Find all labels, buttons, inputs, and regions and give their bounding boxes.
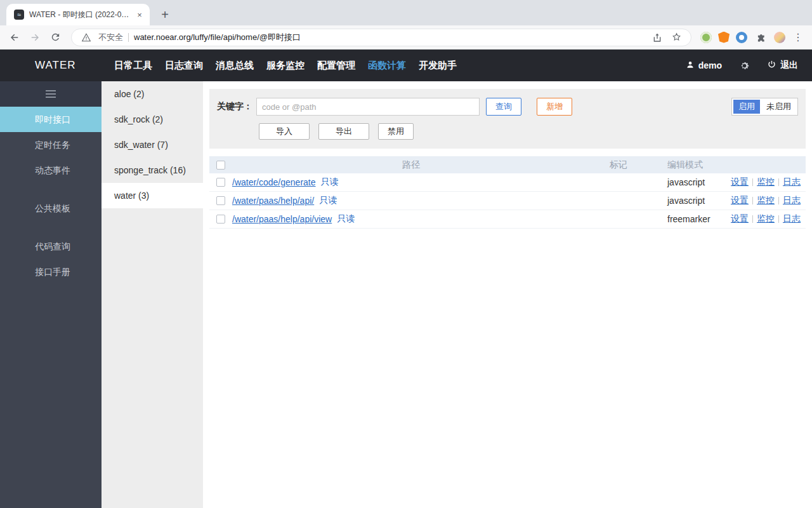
row-checkbox[interactable] [216, 215, 225, 224]
back-icon[interactable] [8, 30, 22, 44]
sidebar: 即时接口 定时任务 动态事件 公共模板 代码查询 接口手册 [0, 81, 102, 508]
sidebar-item-timed-task[interactable]: 定时任务 [0, 132, 102, 157]
action-separator [778, 215, 779, 223]
row-check-cell [209, 196, 232, 205]
action-separator [778, 197, 779, 204]
extension-icon-green[interactable] [700, 32, 712, 43]
security-label: 不安全 [98, 32, 123, 43]
table-row: /water/paas/help/api/ 只读 javascript 设置 监… [209, 192, 806, 210]
forward-icon[interactable] [28, 30, 42, 44]
share-icon[interactable] [650, 30, 664, 44]
col-header-tag: 标记 [590, 159, 647, 171]
app-header: WATER 日常工具 日志查询 消息总线 服务监控 配置管理 函数计算 开发助手… [0, 50, 812, 81]
settings-link[interactable]: 设置 [731, 177, 749, 188]
table-header-row: 路径 标记 编辑模式 [209, 156, 806, 173]
profile-avatar[interactable] [774, 32, 785, 43]
nav-dev-helper[interactable]: 开发助手 [419, 60, 457, 72]
select-all-checkbox[interactable] [216, 161, 225, 170]
table-row: /water/paas/help/api/view 只读 freemarker … [209, 210, 806, 229]
sidebar-item-code-query[interactable]: 代码查询 [0, 234, 102, 259]
nav-log-query[interactable]: 日志查询 [165, 60, 203, 72]
api-path-link[interactable]: /water/code/generate [232, 177, 316, 187]
logout-button[interactable]: 退出 [767, 60, 798, 71]
row-check-cell [209, 215, 232, 224]
nav-daily-tools[interactable]: 日常工具 [114, 60, 152, 72]
row-checkbox[interactable] [216, 178, 225, 187]
main-nav: 日常工具 日志查询 消息总线 服务监控 配置管理 函数计算 开发助手 [114, 60, 457, 72]
browser-tab-strip: ≈ WATER - 即时接口 (2022-03-1 × + [0, 0, 812, 25]
filter-row-2: 导入 导出 禁用 [217, 123, 798, 140]
sidebar-item-public-template[interactable]: 公共模板 [0, 196, 102, 221]
main-content: 关键字： 查询 新增 启用 未启用 导入 导出 禁用 路径 标记 [203, 81, 812, 508]
group-item-sponge-track[interactable]: sponge_track (16) [102, 157, 203, 183]
nav-function-compute[interactable]: 函数计算 [368, 60, 406, 72]
readonly-badge: 只读 [337, 213, 355, 225]
browser-tab[interactable]: ≈ WATER - 即时接口 (2022-03-1 × [6, 4, 150, 25]
sidebar-item-instant-api[interactable]: 即时接口 [0, 107, 102, 132]
address-bar[interactable]: 不安全 water.noear.org/luffy/file/api/home/… [71, 29, 691, 46]
api-table: 路径 标记 编辑模式 /water/code/generate 只读 javas… [209, 156, 806, 229]
tab-favicon-icon: ≈ [14, 10, 24, 20]
nav-config-manage[interactable]: 配置管理 [317, 60, 355, 72]
not-enabled-button[interactable]: 未启用 [761, 100, 796, 114]
filter-panel: 关键字： 查询 新增 启用 未启用 导入 导出 禁用 [209, 89, 806, 149]
actions-cell: 设置 监控 日志 [730, 213, 806, 225]
settings-link[interactable]: 设置 [731, 195, 749, 206]
sidebar-item-api-manual[interactable]: 接口手册 [0, 259, 102, 284]
header-right: demo 退出 [686, 60, 812, 71]
bookmark-star-icon[interactable] [669, 30, 683, 44]
header-check-cell [209, 161, 232, 170]
sidebar-collapse-button[interactable] [0, 81, 102, 107]
path-cell: /water/paas/help/api/ 只读 [232, 195, 590, 206]
keyword-input[interactable] [256, 98, 480, 116]
nav-message-bus[interactable]: 消息总线 [216, 60, 254, 72]
user-name: demo [698, 60, 722, 70]
actions-cell: 设置 监控 日志 [730, 177, 806, 188]
browser-menu-icon[interactable]: ⋮ [792, 31, 804, 43]
new-tab-button[interactable]: + [156, 6, 174, 23]
hamburger-menu-icon [46, 88, 56, 100]
reload-icon[interactable] [48, 30, 62, 44]
search-button[interactable]: 查询 [486, 98, 521, 116]
group-item-water[interactable]: water (3) [102, 183, 203, 208]
sidebar-item-dynamic-event[interactable]: 动态事件 [0, 157, 102, 183]
add-button[interactable]: 新增 [537, 98, 572, 116]
filter-row-1: 关键字： 查询 新增 启用 未启用 [217, 98, 798, 116]
monitor-link[interactable]: 监控 [757, 177, 775, 188]
settings-link[interactable]: 设置 [731, 213, 749, 225]
action-separator [752, 197, 753, 204]
row-check-cell [209, 178, 232, 187]
not-secure-warning-icon [79, 30, 93, 44]
export-button[interactable]: 导出 [318, 123, 369, 140]
api-path-link[interactable]: /water/paas/help/api/view [232, 214, 332, 224]
url-text: water.noear.org/luffy/file/api/home/@即时接… [134, 32, 301, 43]
tab-title: WATER - 即时接口 (2022-03-1 [29, 10, 129, 20]
user-menu[interactable]: demo [686, 60, 722, 71]
log-link[interactable]: 日志 [783, 195, 801, 206]
readonly-badge: 只读 [319, 195, 337, 206]
tab-close-icon[interactable]: × [134, 10, 145, 20]
extensions-puzzle-icon[interactable] [754, 30, 768, 44]
actions-cell: 设置 监控 日志 [730, 195, 806, 206]
disable-button[interactable]: 禁用 [378, 123, 414, 140]
group-item-sdk-rock[interactable]: sdk_rock (2) [102, 107, 203, 132]
settings-gear-icon[interactable] [738, 60, 750, 71]
app-body: 即时接口 定时任务 动态事件 公共模板 代码查询 接口手册 aloe (2) s… [0, 81, 812, 508]
nav-service-monitor[interactable]: 服务监控 [266, 60, 304, 72]
log-link[interactable]: 日志 [783, 213, 801, 225]
action-separator [752, 215, 753, 223]
metamask-fox-icon[interactable] [718, 32, 730, 43]
import-button[interactable]: 导入 [259, 123, 310, 140]
group-item-sdk-water[interactable]: sdk_water (7) [102, 132, 203, 157]
brand-logo[interactable]: WATER [0, 59, 102, 72]
logout-label: 退出 [780, 60, 798, 71]
monitor-link[interactable]: 监控 [757, 195, 775, 206]
extension-icon-blue[interactable] [736, 32, 747, 43]
table-row: /water/code/generate 只读 javascript 设置 监控… [209, 173, 806, 192]
group-item-aloe[interactable]: aloe (2) [102, 81, 203, 107]
log-link[interactable]: 日志 [783, 177, 801, 188]
enabled-button[interactable]: 启用 [733, 100, 760, 114]
row-checkbox[interactable] [216, 196, 225, 205]
monitor-link[interactable]: 监控 [757, 213, 775, 225]
api-path-link[interactable]: /water/paas/help/api/ [232, 196, 314, 206]
